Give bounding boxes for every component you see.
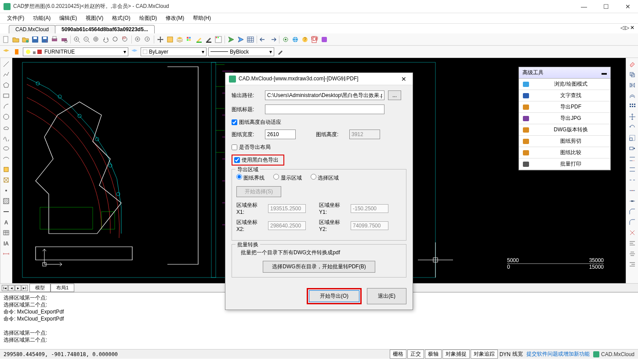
auto-height-checkbox[interactable]	[232, 119, 237, 125]
help-icon[interactable]: ?	[301, 35, 309, 44]
tool-row-compare-icon[interactable]: 图纸比较	[519, 147, 610, 159]
zoom-extents-icon[interactable]	[92, 35, 101, 44]
output-path-input[interactable]	[265, 90, 384, 100]
open-data-icon[interactable]	[21, 35, 30, 44]
radio-select[interactable]: 选择区域	[311, 174, 339, 182]
move-tool-icon[interactable]	[628, 112, 637, 121]
quick-find2-icon[interactable]	[236, 35, 245, 44]
close-button[interactable]: ✕	[621, 2, 634, 11]
menu-modify[interactable]: 修改(M)	[162, 14, 188, 23]
table-icon[interactable]	[246, 35, 255, 44]
layers-icon[interactable]	[175, 35, 184, 44]
status-grid-button[interactable]: 栅格	[390, 350, 406, 359]
maximize-button[interactable]: ☐	[599, 2, 613, 11]
zoom-selected-icon[interactable]	[134, 35, 142, 44]
layer-states-icon[interactable]	[130, 47, 139, 56]
undo-icon[interactable]	[259, 35, 268, 44]
print-icon[interactable]	[50, 35, 59, 44]
layout-prev-button[interactable]: ◂	[8, 285, 14, 291]
erase-icon[interactable]	[628, 60, 637, 68]
preview-icon[interactable]	[60, 35, 69, 44]
color-select[interactable]: ByLayer▾	[141, 47, 207, 56]
menu-format[interactable]: 格式(O)	[109, 14, 134, 23]
save-icon[interactable]	[31, 35, 40, 44]
revcloud-icon[interactable]	[2, 123, 11, 132]
menu-functions[interactable]: 功能(A)	[29, 14, 54, 23]
menu-help[interactable]: 帮助(H)	[189, 14, 214, 23]
join-icon[interactable]	[628, 197, 637, 205]
menu-draw[interactable]: 绘图(D)	[136, 14, 161, 23]
highlight-icon[interactable]	[195, 35, 203, 44]
center-icon[interactable]	[628, 249, 637, 258]
feedback-link[interactable]: 提交软件问题或增加新功能	[526, 350, 590, 358]
status-osnap-button[interactable]: 对象捕捉	[442, 350, 470, 359]
radio-display[interactable]: 显示区域	[273, 174, 301, 182]
redo-icon[interactable]	[268, 35, 277, 44]
zoom-fit-icon[interactable]	[111, 35, 120, 44]
status-otrack-button[interactable]: 对象追踪	[471, 350, 498, 359]
underline-icon[interactable]	[204, 35, 213, 44]
quick-find-icon[interactable]	[227, 35, 236, 44]
layout-tab-layout1[interactable]: 布局1	[51, 284, 74, 292]
break-at-icon[interactable]	[628, 186, 637, 195]
offset-icon[interactable]	[628, 91, 637, 100]
tab-cad-mxcloud[interactable]: CAD.MxCloud	[9, 25, 55, 33]
export-pdf-icon[interactable]: PDF	[310, 35, 319, 44]
align-right-icon[interactable]	[628, 260, 637, 269]
dimension-icon[interactable]	[2, 249, 11, 258]
about-icon[interactable]	[320, 35, 329, 44]
stretch-icon[interactable]	[628, 144, 637, 153]
array-icon[interactable]	[628, 102, 637, 111]
minimize-button[interactable]: —	[577, 2, 591, 11]
browse-button[interactable]: ...	[388, 90, 401, 100]
palette-icon[interactable]	[214, 35, 223, 44]
layout-tab-model[interactable]: 模型	[29, 284, 51, 292]
trim-icon[interactable]	[628, 155, 637, 163]
zoom-prev-icon[interactable]	[143, 35, 152, 44]
dialog-close-button[interactable]: ✕	[399, 76, 409, 83]
text-A-icon[interactable]: A	[2, 218, 11, 227]
tool-row-text-find-icon[interactable]: 文字查找	[519, 90, 610, 101]
copy-icon[interactable]	[628, 70, 637, 79]
color-icon[interactable]	[185, 35, 194, 44]
width-input[interactable]	[265, 130, 296, 139]
layer-manager-icon[interactable]	[2, 47, 11, 56]
ellipse-icon[interactable]	[2, 144, 11, 153]
tab-close-button[interactable]: ✕	[630, 25, 634, 31]
tab-active-doc[interactable]: 5090ab61c4564d8baf63a09223d5...	[55, 25, 155, 33]
settings-icon[interactable]	[281, 35, 290, 44]
explode-icon[interactable]	[628, 228, 637, 237]
layout-last-button[interactable]: ▸I	[22, 285, 28, 291]
filter-layer-icon[interactable]	[12, 47, 21, 56]
tool-row-globe-icon[interactable]: 浏览/绘图模式	[519, 79, 610, 90]
paper-title-input[interactable]	[265, 105, 384, 114]
spline-icon[interactable]	[2, 133, 11, 142]
pan-icon[interactable]	[102, 35, 110, 44]
tool-row-print-icon[interactable]: 批量打印	[519, 159, 610, 170]
point-icon[interactable]	[2, 186, 11, 195]
circle-icon[interactable]	[2, 112, 11, 121]
panel-collapse-icon[interactable]: ▬	[602, 70, 607, 76]
break-icon[interactable]	[628, 176, 637, 184]
tab-next-button[interactable]: ▷	[625, 25, 629, 31]
layout-next-button[interactable]: ▸	[15, 285, 21, 291]
arc-icon[interactable]	[2, 102, 11, 111]
rotate-icon[interactable]	[628, 123, 637, 132]
line-icon[interactable]	[2, 60, 11, 68]
align-icon[interactable]	[628, 239, 637, 248]
brush-icon[interactable]	[276, 47, 285, 56]
table-insert-icon[interactable]	[2, 228, 11, 237]
tool-row-clip-icon[interactable]: 图纸剪切	[519, 136, 610, 147]
rectangle-icon[interactable]	[2, 91, 11, 100]
ellipse-arc-icon[interactable]	[2, 155, 11, 163]
zoom-window-icon[interactable]	[121, 35, 130, 44]
layer-select[interactable]: FURNITRUE ▾	[23, 47, 128, 56]
zoom-in-icon[interactable]	[72, 35, 81, 44]
menu-edit[interactable]: 编辑(E)	[56, 14, 80, 23]
tool-row-dwg-icon[interactable]: DWG版本转换	[519, 124, 610, 136]
insert-block-icon[interactable]	[2, 165, 11, 174]
earth-icon[interactable]	[291, 35, 300, 44]
tool-row-jpg-icon[interactable]: 导出JPG	[519, 113, 610, 124]
fillet-icon[interactable]	[628, 218, 637, 227]
exit-button[interactable]: 退出(E)	[367, 288, 406, 304]
